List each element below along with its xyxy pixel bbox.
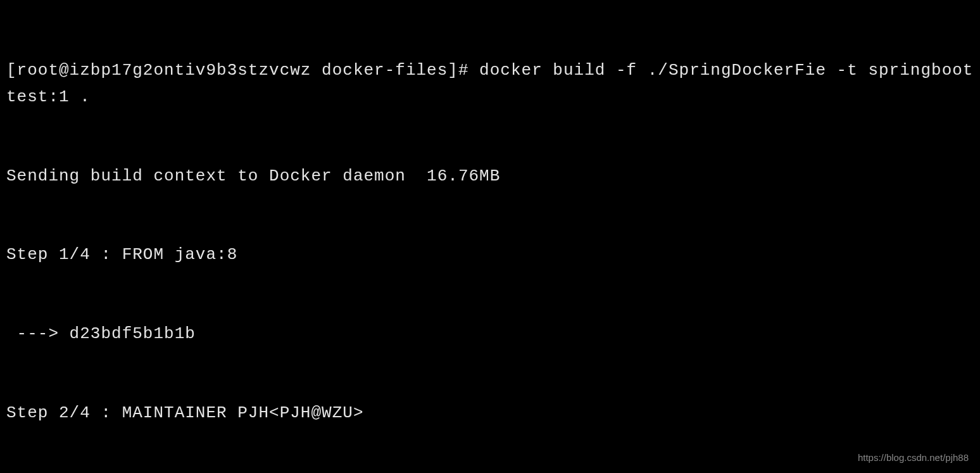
terminal-line: [root@izbp17g2ontiv9b3stzvcwz docker-fil…	[6, 58, 974, 110]
terminal-line: Step 2/4 : MAINTAINER PJH<PJH@WZU>	[6, 400, 974, 427]
terminal-line: Sending build context to Docker daemon 1…	[6, 163, 974, 190]
terminal-line: ---> d23bdf5b1b1b	[6, 321, 974, 348]
watermark-text: https://blog.csdn.net/pjh88	[858, 450, 969, 465]
terminal-output[interactable]: [root@izbp17g2ontiv9b3stzvcwz docker-fil…	[6, 5, 974, 473]
terminal-line: Step 1/4 : FROM java:8	[6, 242, 974, 268]
